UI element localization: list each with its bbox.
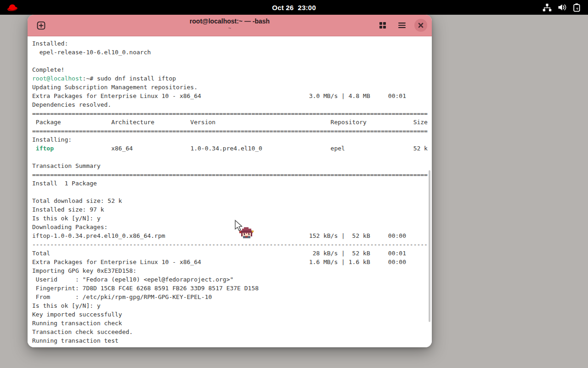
terminal-line: ========================================… <box>32 109 428 118</box>
terminal-line: iftop x86_64 1.0-0.34.pre4.el10_0 epel 5… <box>32 144 428 153</box>
terminal-line <box>32 57 428 65</box>
tab-overview-button[interactable] <box>376 18 390 32</box>
scrollbar-thumb[interactable] <box>429 170 430 322</box>
terminal-line: ----------------------------------------… <box>32 240 428 249</box>
terminal-line: epel-release-10-6.el10_0.noarch <box>32 48 428 57</box>
close-button[interactable] <box>414 19 427 32</box>
clock[interactable]: Oct 2623:00 <box>0 4 588 12</box>
terminal-line: iftop-1.0-0.34.pre4.el10_0.x86_64.rpm 15… <box>32 231 428 240</box>
hamburger-icon <box>398 22 406 29</box>
terminal-line: Dependencies resolved. <box>32 100 428 109</box>
window-subtitle: ~ <box>28 25 432 31</box>
terminal-line: ========================================… <box>32 126 428 135</box>
terminal-line: Installing: <box>32 135 428 144</box>
terminal-line: ========================================… <box>32 170 428 179</box>
terminal-line: Extra Packages for Enterprise Linux 10 -… <box>32 258 428 266</box>
terminal-viewport[interactable]: Installed: epel-release-10-6.el10_0.noar… <box>28 36 432 347</box>
terminal-line: root@localhost:~# sudo dnf install iftop <box>32 74 428 83</box>
clock-date: Oct 26 <box>272 4 294 12</box>
terminal-line: Package Architecture Version Repository … <box>32 118 428 126</box>
close-icon <box>418 23 424 28</box>
terminal-line: Running transaction check <box>32 319 428 328</box>
menu-button[interactable] <box>395 18 409 32</box>
terminal-line: Downloading Packages: <box>32 223 428 231</box>
terminal-window: root@localhost:~ — -bash ~ <box>28 15 432 347</box>
terminal-line: Fingerprint: 7D8D 15CB FC4E 6268 8591 FB… <box>32 284 428 293</box>
top-bar: Oct 2623:00 <box>0 0 588 15</box>
new-tab-button[interactable] <box>34 18 48 32</box>
terminal-line: Key imported successfully <box>32 310 428 319</box>
terminal-line: Complete! <box>32 65 428 74</box>
terminal-line: Install 1 Package <box>32 179 428 188</box>
terminal-line: Transaction check succeeded. <box>32 328 428 336</box>
terminal-line: Is this ok [y/N]: y <box>32 301 428 310</box>
terminal-line: Total 28 kB/s | 52 kB 00:01 <box>32 249 428 258</box>
terminal-line: Extra Packages for Enterprise Linux 10 -… <box>32 92 428 100</box>
terminal-line: Updating Subscription Management reposit… <box>32 83 428 92</box>
terminal-line: Userid : "Fedora (epel10) <epel@fedorapr… <box>32 275 428 284</box>
window-title: root@localhost:~ — -bash <box>28 17 432 25</box>
terminal-line <box>32 188 428 196</box>
terminal-line: From : /etc/pki/rpm-gpg/RPM-GPG-KEY-EPEL… <box>32 293 428 301</box>
terminal-line: Running transaction test <box>32 336 428 345</box>
system-status-area[interactable] <box>542 0 582 15</box>
terminal-line: Installed: <box>32 39 428 48</box>
terminal-line: Is this ok [y/N]: y <box>32 214 428 223</box>
terminal-line: Installed size: 97 k <box>32 205 428 214</box>
battery-charging-icon <box>571 2 582 13</box>
terminal-line <box>32 153 428 161</box>
terminal-line: Total download size: 52 k <box>32 196 428 205</box>
window-title-block: root@localhost:~ — -bash ~ <box>28 17 432 31</box>
terminal-headerbar[interactable]: root@localhost:~ — -bash ~ <box>28 15 432 36</box>
terminal-output[interactable]: Installed: epel-release-10-6.el10_0.noar… <box>32 39 428 345</box>
new-tab-icon <box>37 21 45 30</box>
speaker-icon <box>557 2 567 13</box>
clock-time: 23:00 <box>298 4 316 12</box>
terminal-line: Transaction Summary <box>32 161 428 170</box>
terminal-line: Importing GPG key 0xE37ED158: <box>32 266 428 275</box>
network-wired-icon <box>542 2 552 13</box>
grid-icon <box>379 22 386 29</box>
